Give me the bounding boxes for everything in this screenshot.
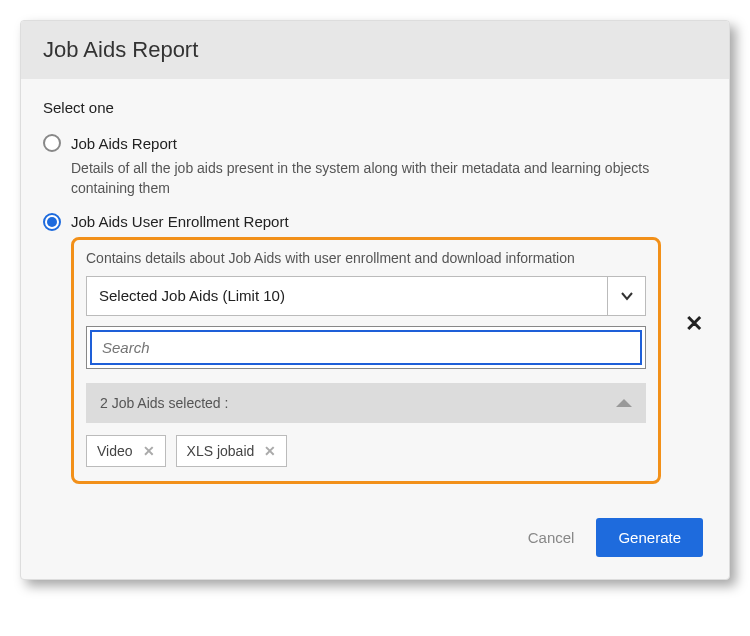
radio-label: Job Aids Report: [71, 135, 177, 152]
dialog-footer: Cancel Generate: [21, 494, 729, 579]
generate-button[interactable]: Generate: [596, 518, 703, 557]
chip-label: Video: [97, 443, 133, 459]
radio-icon[interactable]: [43, 213, 61, 231]
search-container: [86, 326, 646, 369]
chip-label: XLS jobaid: [187, 443, 255, 459]
chip-xls-jobaid: XLS jobaid ✕: [176, 435, 288, 467]
remove-chip-icon[interactable]: ✕: [143, 443, 155, 459]
chip-video: Video ✕: [86, 435, 166, 467]
dialog-body: Select one Job Aids Report Details of al…: [21, 79, 729, 494]
radio-icon[interactable]: [43, 134, 61, 152]
search-input[interactable]: [90, 330, 642, 365]
cancel-button[interactable]: Cancel: [528, 529, 575, 546]
dropdown-label: Selected Job Aids (Limit 10): [87, 277, 607, 315]
job-aids-dropdown[interactable]: Selected Job Aids (Limit 10): [86, 276, 646, 316]
dialog-title: Job Aids Report: [21, 21, 729, 79]
remove-chip-icon[interactable]: ✕: [264, 443, 276, 459]
collapse-up-icon[interactable]: [616, 399, 632, 407]
selected-summary-bar[interactable]: 2 Job Aids selected :: [86, 383, 646, 423]
option-description: Contains details about Job Aids with use…: [86, 250, 646, 266]
radio-description: Details of all the job aids present in t…: [71, 158, 707, 199]
selected-chips: Video ✕ XLS jobaid ✕: [86, 435, 646, 467]
enrollment-config-panel: Contains details about Job Aids with use…: [71, 237, 661, 484]
dropdown-toggle[interactable]: [607, 277, 645, 315]
selected-count-label: 2 Job Aids selected :: [100, 395, 228, 411]
radio-label: Job Aids User Enrollment Report: [71, 213, 289, 230]
clear-selection-icon[interactable]: ✕: [685, 311, 703, 337]
chevron-down-icon: [620, 289, 634, 303]
job-aids-report-dialog: Job Aids Report Select one Job Aids Repo…: [20, 20, 730, 580]
radio-option-job-aids-report[interactable]: Job Aids Report: [43, 134, 707, 152]
radio-option-user-enrollment-report[interactable]: Job Aids User Enrollment Report: [43, 213, 707, 231]
prompt-label: Select one: [43, 99, 707, 116]
